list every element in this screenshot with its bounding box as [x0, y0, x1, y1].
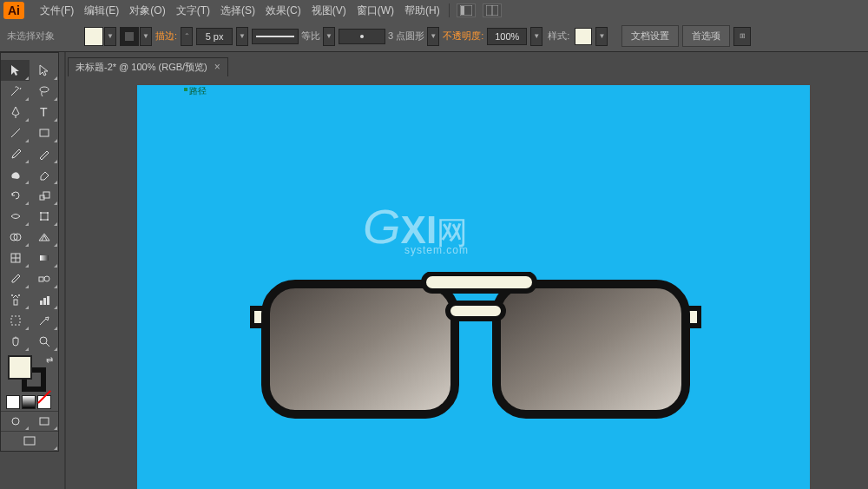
fill-color-swatch[interactable] [84, 27, 103, 46]
stroke-width-dd-icon[interactable]: ▼ [236, 27, 248, 46]
canvas-area[interactable]: 路径 GXI网 system.com [68, 76, 868, 489]
menu-type[interactable]: 文字(T) [171, 0, 215, 22]
menu-effect[interactable]: 效果(C) [260, 0, 306, 22]
stroke-label[interactable]: 描边: [155, 30, 177, 43]
menu-view[interactable]: 视图(V) [306, 0, 352, 22]
menu-window[interactable]: 窗口(W) [352, 0, 399, 22]
app-logo-icon: Ai [3, 2, 24, 19]
stroke-color-swatch[interactable] [120, 27, 139, 46]
lasso-tool[interactable] [30, 81, 58, 102]
opacity-input[interactable] [487, 28, 527, 45]
brush-dd-icon[interactable]: ▼ [427, 27, 439, 46]
menu-file[interactable]: 文件(F) [35, 0, 79, 22]
svg-rect-8 [40, 129, 49, 136]
watermark-sys: system.com [404, 244, 469, 256]
artboard-tool[interactable] [1, 310, 30, 331]
opacity-dd-icon[interactable]: ▼ [530, 27, 542, 46]
stroke-dropdown-icon[interactable]: ▼ [140, 27, 152, 46]
blob-brush-tool[interactable] [1, 164, 30, 185]
gradient-color-icon[interactable] [22, 395, 36, 409]
svg-rect-22 [39, 277, 43, 281]
graphic-style-swatch[interactable] [575, 28, 592, 45]
swap-colors-icon[interactable]: ⇄ [46, 355, 53, 365]
mesh-tool[interactable] [1, 248, 30, 268]
gradient-tool[interactable] [30, 248, 58, 268]
style-dd-icon[interactable]: ▼ [595, 27, 608, 46]
menu-object[interactable]: 对象(O) [124, 0, 170, 22]
hand-tool[interactable] [1, 331, 30, 352]
svg-rect-38 [266, 284, 455, 414]
stroke-profile-preview[interactable] [252, 29, 299, 44]
svg-point-26 [18, 294, 20, 296]
stroke-width-down-icon[interactable]: ⌃ [181, 27, 193, 46]
opacity-label[interactable]: 不透明度: [443, 30, 483, 43]
close-tab-icon[interactable]: × [214, 61, 220, 73]
svg-rect-34 [40, 418, 49, 425]
menu-edit[interactable]: 编辑(E) [79, 0, 124, 22]
document-tab-title: 未标题-2* @ 100% (RGB/预览) [76, 61, 207, 74]
svg-point-15 [47, 219, 49, 221]
screen-mode-row [1, 411, 58, 431]
menu-help[interactable]: 帮助(H) [399, 0, 445, 22]
svg-point-25 [11, 294, 13, 296]
pen-tool[interactable] [1, 102, 30, 122]
selection-tool[interactable] [1, 60, 30, 81]
svg-rect-40 [424, 274, 535, 291]
perspective-grid-tool[interactable] [30, 227, 58, 248]
paintbrush-tool[interactable] [1, 143, 30, 164]
eyedropper-tool[interactable] [1, 268, 30, 289]
width-tool[interactable] [1, 206, 30, 227]
brush-preview[interactable] [339, 29, 385, 44]
draw-mode-tool[interactable] [1, 412, 30, 431]
document-setup-button[interactable]: 文档设置 [621, 25, 679, 47]
fill-dropdown-icon[interactable]: ▼ [104, 27, 116, 46]
stroke-width-input[interactable] [196, 28, 233, 45]
layout-toggle-2[interactable] [483, 3, 502, 17]
direct-selection-tool[interactable] [30, 60, 58, 81]
shape-builder-tool[interactable] [1, 227, 30, 248]
svg-rect-11 [41, 213, 48, 220]
symbol-sprayer-tool[interactable] [1, 289, 30, 310]
toolbox-fill-swatch[interactable] [8, 355, 32, 380]
menu-select[interactable]: 选择(S) [215, 0, 260, 22]
watermark: GXI网 system.com [363, 198, 469, 256]
none-color-icon[interactable] [37, 395, 51, 409]
solid-color-icon[interactable] [6, 395, 20, 409]
rectangle-tool[interactable] [30, 122, 58, 143]
eraser-tool[interactable] [30, 164, 58, 185]
svg-rect-30 [11, 316, 20, 325]
magic-wand-tool[interactable] [1, 81, 30, 102]
svg-point-33 [12, 418, 19, 425]
svg-text:T: T [40, 105, 48, 119]
blend-tool[interactable] [30, 268, 58, 289]
svg-rect-28 [43, 298, 46, 305]
svg-line-7 [11, 129, 20, 137]
svg-rect-29 [47, 296, 49, 305]
profile-dd-icon[interactable]: ▼ [323, 27, 335, 46]
control-bar: 未选择对象 ▼ ▼ 描边: ⌃ ▼ 等比 ▼ 3 点圆形 ▼ 不透明度: ▼ 样… [0, 21, 868, 52]
artboard[interactable]: 路径 GXI网 system.com [137, 85, 810, 489]
svg-rect-1 [461, 6, 464, 15]
pencil-tool[interactable] [30, 143, 58, 164]
document-tab[interactable]: 未标题-2* @ 100% (RGB/预览) × [68, 57, 228, 77]
selection-status: 未选择对象 [7, 30, 81, 43]
free-transform-tool[interactable] [30, 206, 58, 227]
type-tool[interactable]: T [30, 102, 58, 122]
profile-label: 等比 [299, 30, 322, 43]
layout-toggle-1[interactable] [457, 3, 476, 17]
svg-point-4 [360, 35, 364, 38]
color-mode-row [1, 393, 58, 411]
scale-tool[interactable] [30, 185, 58, 206]
screen-mode-tool[interactable] [30, 412, 58, 431]
line-tool[interactable] [1, 122, 30, 143]
rotate-tool[interactable] [1, 185, 30, 206]
panel-divider [64, 52, 66, 489]
preferences-button[interactable]: 首选项 [682, 25, 730, 47]
screen-mode-button[interactable] [1, 432, 58, 451]
zoom-tool[interactable] [30, 331, 58, 352]
slice-tool[interactable] [30, 310, 58, 331]
prefs-extra-icon[interactable]: ⊞ [733, 27, 751, 46]
artwork-sunglasses[interactable] [250, 272, 701, 428]
color-picker[interactable]: ⇄ [1, 352, 58, 393]
column-graph-tool[interactable] [30, 289, 58, 310]
